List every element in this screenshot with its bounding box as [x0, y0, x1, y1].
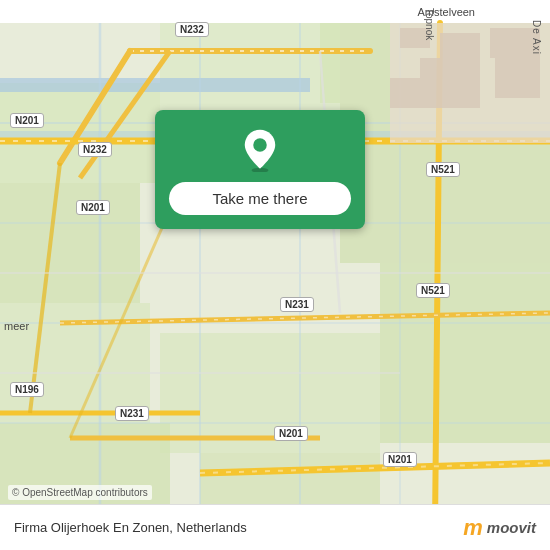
location-text: Firma Olijerhoek En Zonen, Netherlands — [14, 520, 247, 535]
city-label-de-axi: De Axi — [531, 20, 542, 55]
svg-rect-44 — [495, 58, 540, 98]
road-label-n521-top: N521 — [426, 162, 460, 177]
road-label-n196: N196 — [10, 382, 44, 397]
svg-rect-6 — [160, 23, 340, 123]
road-label-n232-mid: N232 — [78, 142, 112, 157]
road-label-n201-mid: N201 — [76, 200, 110, 215]
road-label-n201-left: N201 — [10, 113, 44, 128]
svg-rect-3 — [0, 183, 140, 303]
map-container: N232 N201 N232 N201 N521 N521 N231 N196 … — [0, 0, 550, 550]
road-label-n231-bot: N231 — [115, 406, 149, 421]
city-label-topnok: Topnok — [424, 8, 435, 40]
road-label-n232-top: N232 — [175, 22, 209, 37]
svg-rect-41 — [440, 33, 480, 58]
road-label-n201-bot-mid: N201 — [274, 426, 308, 441]
take-me-there-button[interactable]: Take me there — [169, 182, 351, 215]
svg-rect-9 — [160, 333, 380, 453]
copyright-text: © OpenStreetMap contributors — [8, 485, 152, 500]
svg-rect-8 — [380, 263, 550, 443]
location-pin-icon — [238, 128, 282, 172]
road-label-n201-bot-right: N201 — [383, 452, 417, 467]
moovit-wordmark: moovit — [487, 519, 536, 536]
svg-point-47 — [253, 138, 267, 152]
moovit-m-icon: m — [463, 515, 483, 541]
svg-rect-45 — [390, 78, 480, 108]
take-me-there-card: Take me there — [155, 110, 365, 229]
svg-rect-11 — [0, 78, 310, 92]
svg-rect-43 — [420, 58, 480, 78]
road-label-n521-mid: N521 — [416, 283, 450, 298]
city-label-meer: meer — [4, 320, 29, 332]
bottom-bar: Firma Olijerhoek En Zonen, Netherlands m… — [0, 504, 550, 550]
moovit-logo: m moovit — [463, 515, 536, 541]
road-label-n231-mid: N231 — [280, 297, 314, 312]
